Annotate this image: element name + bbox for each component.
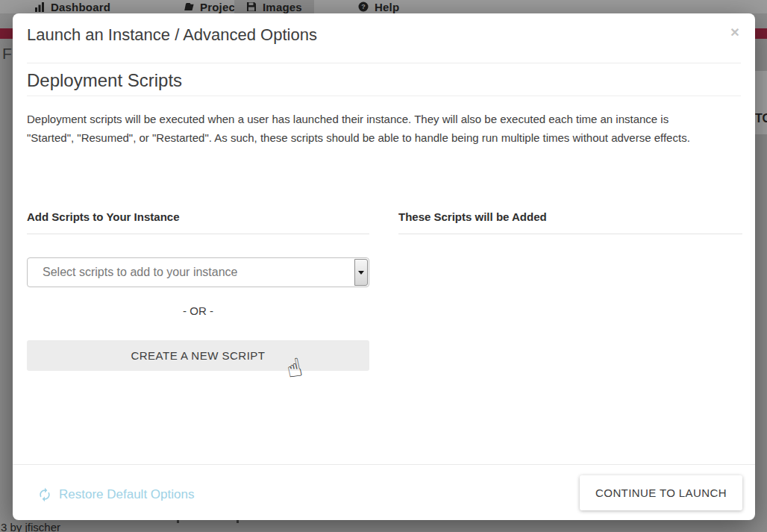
chevron-down-icon[interactable] xyxy=(354,259,368,286)
footer-divider xyxy=(13,464,755,465)
advanced-options-modal: Launch an Instance / Advanced Options ✕ … xyxy=(13,13,755,520)
refresh-icon xyxy=(37,487,52,502)
nav-label: Help xyxy=(375,1,399,13)
top-nav: Dashboard Projects Images ? Help xyxy=(0,0,767,13)
or-separator: - OR - xyxy=(27,304,369,317)
nav-label: Dashboard xyxy=(51,1,110,13)
scripts-select-placeholder: Select scripts to add to your instance xyxy=(28,266,237,279)
continue-to-launch-button[interactable]: CONTINUE TO LAUNCH xyxy=(580,475,742,510)
scripts-select[interactable]: Select scripts to add to your instance xyxy=(27,257,369,287)
restore-default-options-label: Restore Default Options xyxy=(59,487,194,502)
modal-title: Launch an Instance / Advanced Options xyxy=(27,25,317,45)
close-icon[interactable]: ✕ xyxy=(726,23,744,41)
header-divider xyxy=(27,63,741,63)
background-partial-text-bottom: 3 by jfischer xyxy=(1,521,60,532)
nav-item-dashboard[interactable]: Dashboard xyxy=(34,0,110,13)
section-heading: Deployment Scripts xyxy=(27,70,182,91)
bar-chart-icon xyxy=(34,1,45,12)
svg-text:?: ? xyxy=(361,3,366,10)
create-new-script-button[interactable]: CREATE A NEW SCRIPT xyxy=(27,340,369,371)
nav-label: Images xyxy=(263,1,302,13)
background-partial-text-left: F xyxy=(2,45,12,63)
nav-item-help[interactable]: ? Help xyxy=(358,0,399,13)
restore-default-options-button[interactable]: Restore Default Options xyxy=(37,485,194,504)
added-scripts-column-header: These Scripts will be Added xyxy=(398,210,742,234)
nav-item-images[interactable]: Images xyxy=(234,0,314,13)
folder-icon xyxy=(184,1,194,12)
help-circle-icon: ? xyxy=(358,1,369,12)
section-heading-underline xyxy=(27,96,741,96)
section-description: Deployment scripts will be executed when… xyxy=(27,110,691,147)
floppy-disk-icon xyxy=(246,1,257,12)
background-partial-text-right: TO xyxy=(755,112,767,125)
add-scripts-column-header: Add Scripts to Your Instance xyxy=(27,210,369,234)
